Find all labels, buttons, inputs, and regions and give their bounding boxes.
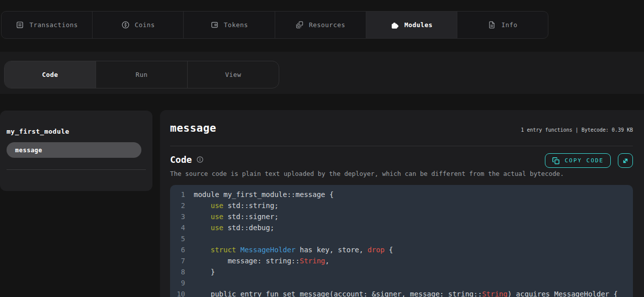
- line-code: use std::signer;: [185, 211, 279, 222]
- coins-icon: [121, 21, 130, 29]
- info-icon: [488, 21, 496, 29]
- sidebar-divider: [7, 169, 146, 170]
- line-number: 5: [170, 233, 185, 244]
- expand-icon: [621, 157, 629, 165]
- modules-icon: [390, 21, 399, 30]
- module-sidebar: my_first_module message: [0, 111, 152, 191]
- subtab-code[interactable]: Code: [5, 61, 96, 88]
- page-title: message: [170, 122, 216, 134]
- resources-icon: [295, 21, 304, 29]
- tab-resources[interactable]: Resources: [275, 12, 366, 38]
- line-number: 3: [170, 211, 185, 222]
- subtab-label: Code: [42, 71, 58, 78]
- line-code: message: string::String,: [185, 255, 330, 266]
- copy-icon: [552, 157, 560, 165]
- tab-tokens[interactable]: Tokens: [184, 12, 275, 38]
- code-lines: 1module my_first_module::message {2 use …: [170, 189, 633, 297]
- tab-transactions[interactable]: Transactions: [2, 12, 93, 38]
- code-line: 10 public entry fun set_message(account:…: [170, 288, 633, 297]
- copy-code-label: COPY CODE: [565, 157, 604, 164]
- line-code: module my_first_module::message {: [185, 189, 334, 200]
- tab-label: Tokens: [224, 21, 248, 29]
- line-code: }: [185, 266, 215, 277]
- tab-label: Transactions: [29, 21, 77, 29]
- line-code: use std::string;: [185, 200, 279, 211]
- code-line: 9: [170, 277, 633, 288]
- tokens-icon: [210, 21, 219, 29]
- tab-info[interactable]: Info: [457, 12, 548, 38]
- sidebar-item-label: message: [15, 147, 42, 154]
- section-heading: Code: [170, 154, 192, 165]
- line-number: 4: [170, 222, 185, 233]
- sidebar-item-message[interactable]: message: [7, 142, 141, 158]
- code-section-description: The source code is plain text uploaded b…: [170, 170, 564, 177]
- code-line: 6 struct MessageHolder has key, store, d…: [170, 244, 633, 255]
- line-number: 9: [170, 277, 185, 288]
- subtab-label: Run: [135, 71, 147, 78]
- copy-code-button[interactable]: COPY CODE: [545, 153, 611, 168]
- line-number: 2: [170, 200, 185, 211]
- subtab-run[interactable]: Run: [96, 61, 188, 88]
- line-number: 6: [170, 244, 185, 255]
- transactions-icon: [16, 21, 24, 29]
- code-line: 1module my_first_module::message {: [170, 189, 633, 200]
- line-code: use std::debug;: [185, 222, 274, 233]
- subtab-band: Code Run View: [0, 52, 644, 94]
- code-line: 4 use std::debug;: [170, 222, 633, 233]
- line-number: 1: [170, 189, 185, 200]
- line-code: public entry fun set_message(account: &s…: [185, 288, 618, 297]
- tab-coins[interactable]: Coins: [93, 12, 184, 38]
- panel-divider: [170, 146, 633, 146]
- subtab-view[interactable]: View: [188, 61, 279, 88]
- code-line: 7 message: string::String,: [170, 255, 633, 266]
- code-section-header: Code: [170, 154, 204, 165]
- line-code: struct MessageHolder has key, store, dro…: [185, 244, 393, 255]
- line-number: 7: [170, 255, 185, 266]
- module-name: my_first_module: [7, 128, 69, 135]
- source-code-block[interactable]: 1module my_first_module::message {2 use …: [170, 185, 633, 297]
- line-number: 10: [170, 288, 185, 297]
- subtab-label: View: [225, 71, 241, 78]
- module-detail-panel: message 1 entry functions | Bytecode: 0.…: [160, 110, 644, 297]
- tab-modules[interactable]: Modules: [366, 12, 457, 38]
- line-code: [185, 233, 194, 244]
- code-line: 5: [170, 233, 633, 244]
- module-meta: 1 entry functions | Bytecode: 0.39 KB: [521, 127, 633, 133]
- code-line: 3 use std::signer;: [170, 211, 633, 222]
- expand-code-button[interactable]: [618, 153, 633, 168]
- code-run-view-tabs: Code Run View: [4, 61, 279, 88]
- line-number: 8: [170, 266, 185, 277]
- code-line: 8 }: [170, 266, 633, 277]
- line-code: [185, 277, 194, 288]
- tab-label: Coins: [135, 21, 155, 29]
- tab-label: Resources: [309, 21, 345, 29]
- code-line: 2 use std::string;: [170, 200, 633, 211]
- tab-label: Modules: [405, 21, 433, 29]
- tab-label: Info: [501, 21, 517, 29]
- top-nav: Transactions Coins Tokens Resources: [1, 11, 548, 39]
- info-circle-icon: [196, 156, 204, 163]
